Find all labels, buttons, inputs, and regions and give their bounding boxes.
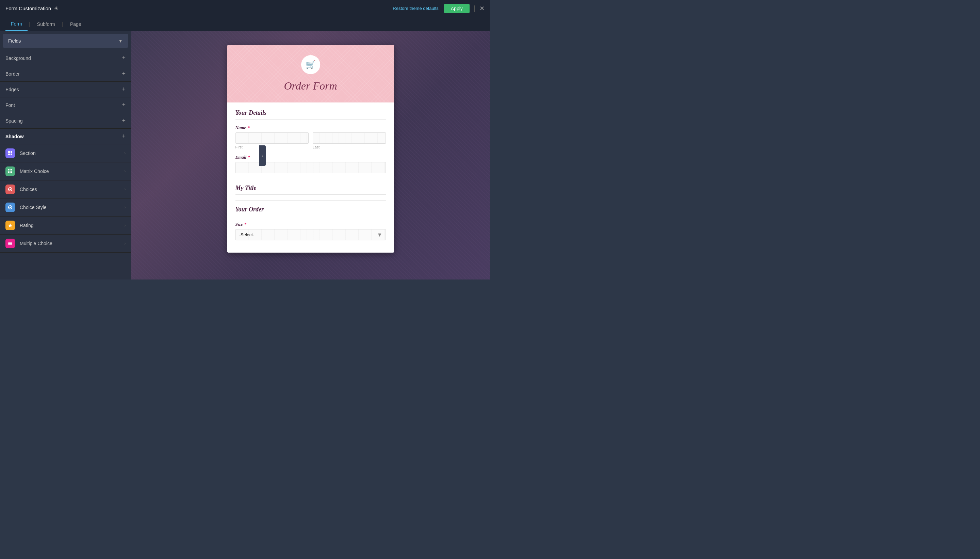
required-star: * bbox=[248, 155, 250, 160]
svg-rect-10 bbox=[8, 172, 9, 173]
collapse-sidebar-toggle[interactable]: ‹ bbox=[259, 146, 266, 166]
page-title: Form Customization bbox=[5, 5, 51, 11]
chevron-right-icon: › bbox=[124, 205, 125, 210]
field-name: Name * First Last bbox=[236, 125, 386, 149]
sun-icon[interactable]: ☀ bbox=[54, 5, 59, 12]
svg-point-14 bbox=[10, 189, 11, 190]
first-name-input[interactable] bbox=[236, 132, 309, 144]
form-header: 🛒 Order Form bbox=[227, 45, 394, 103]
chevron-down-icon: ▼ bbox=[118, 38, 123, 44]
header: Form Customization ☀ Restore theme defau… bbox=[0, 0, 490, 17]
svg-point-16 bbox=[10, 207, 11, 208]
required-star: * bbox=[247, 125, 250, 131]
field-size-label: Size * bbox=[236, 222, 386, 227]
nav-item-matrix-choice[interactable]: Matrix Choice › bbox=[0, 162, 131, 180]
section-icon bbox=[5, 149, 15, 158]
nav-item-multiple-choice[interactable]: Multiple Choice › bbox=[0, 235, 131, 253]
first-name-field: First bbox=[236, 132, 309, 149]
last-name-sublabel: Last bbox=[313, 145, 386, 149]
svg-rect-20 bbox=[8, 245, 12, 245]
section-my-title: My Title bbox=[236, 185, 386, 195]
nav-item-section[interactable]: Section › bbox=[0, 144, 131, 162]
size-select-wrapper: -Select- Small Medium Large X-Large ▼ bbox=[236, 229, 386, 240]
tab-form[interactable]: Form bbox=[5, 18, 28, 31]
field-email-label: Email * bbox=[236, 155, 386, 160]
section-your-order: Your Order bbox=[236, 206, 386, 216]
field-name-label: Name * bbox=[236, 125, 386, 131]
svg-rect-8 bbox=[10, 170, 10, 172]
required-star: * bbox=[244, 222, 246, 227]
svg-rect-3 bbox=[10, 154, 12, 155]
section-your-details: Your Details bbox=[236, 109, 386, 119]
preview-area: ‹ 🛒 Order Form Your Details Name * bbox=[131, 31, 490, 280]
main-layout: Fields ▼ Background + Border + Edges + F… bbox=[0, 31, 490, 280]
tab-divider-2: | bbox=[61, 21, 64, 27]
expand-icon: + bbox=[122, 86, 125, 93]
multiple-choice-icon bbox=[5, 239, 15, 248]
svg-rect-18 bbox=[8, 242, 12, 243]
apply-button[interactable]: Apply bbox=[444, 4, 470, 13]
accordion-edges[interactable]: Edges + bbox=[0, 82, 131, 98]
rating-icon bbox=[5, 221, 15, 230]
close-icon[interactable]: ✕ bbox=[480, 5, 485, 12]
name-fields-container: First Last bbox=[236, 132, 386, 149]
form-title: Order Form bbox=[234, 79, 387, 92]
chevron-right-icon: › bbox=[124, 223, 125, 228]
tabs-bar: Form | Subform | Page bbox=[0, 17, 490, 31]
form-preview: 🛒 Order Form Your Details Name * bbox=[227, 45, 394, 253]
accordion-shadow[interactable]: Shadow + bbox=[0, 129, 131, 144]
field-email: Email * bbox=[236, 155, 386, 173]
tab-page[interactable]: Page bbox=[64, 18, 87, 30]
field-size: Size * -Select- Small Medium Large X-Lar… bbox=[236, 222, 386, 240]
svg-rect-9 bbox=[11, 170, 12, 172]
svg-rect-19 bbox=[8, 243, 12, 244]
sidebar: Fields ▼ Background + Border + Edges + F… bbox=[0, 31, 131, 280]
svg-rect-1 bbox=[10, 151, 12, 153]
svg-rect-0 bbox=[8, 151, 10, 153]
tab-subform[interactable]: Subform bbox=[31, 18, 61, 30]
accordion-spacing[interactable]: Spacing + bbox=[0, 113, 131, 129]
chevron-right-icon: › bbox=[124, 169, 125, 174]
expand-icon: + bbox=[122, 133, 125, 140]
nav-item-rating[interactable]: Rating › bbox=[0, 217, 131, 235]
header-divider: | bbox=[474, 5, 475, 12]
cart-icon: 🛒 bbox=[301, 55, 320, 74]
first-name-sublabel: First bbox=[236, 145, 309, 149]
fields-dropdown[interactable]: Fields ▼ bbox=[3, 34, 128, 48]
choice-style-icon bbox=[5, 203, 15, 212]
svg-rect-11 bbox=[10, 172, 10, 173]
svg-rect-5 bbox=[10, 169, 10, 170]
tab-divider-1: | bbox=[28, 21, 31, 27]
fields-dropdown-label: Fields bbox=[8, 38, 21, 44]
restore-defaults-link[interactable]: Restore theme defaults bbox=[393, 6, 438, 11]
svg-marker-17 bbox=[8, 223, 13, 227]
size-select[interactable]: -Select- Small Medium Large X-Large bbox=[236, 229, 386, 240]
last-name-field: Last bbox=[313, 132, 386, 149]
last-name-input[interactable] bbox=[313, 132, 386, 144]
accordion-font[interactable]: Font + bbox=[0, 98, 131, 113]
nav-item-choices[interactable]: Choices › bbox=[0, 180, 131, 198]
accordion-background[interactable]: Background + bbox=[0, 50, 131, 66]
chevron-right-icon: › bbox=[124, 151, 125, 155]
nav-item-choice-style[interactable]: Choice Style › bbox=[0, 198, 131, 217]
svg-rect-6 bbox=[11, 169, 12, 170]
matrix-choice-icon bbox=[5, 167, 15, 176]
choices-icon bbox=[5, 185, 15, 194]
expand-icon: + bbox=[122, 70, 125, 77]
expand-icon: + bbox=[122, 117, 125, 124]
svg-rect-4 bbox=[8, 169, 9, 170]
svg-rect-7 bbox=[8, 170, 9, 172]
svg-rect-12 bbox=[11, 172, 12, 173]
expand-icon: + bbox=[122, 55, 125, 61]
email-input[interactable] bbox=[236, 162, 386, 173]
chevron-right-icon: › bbox=[124, 187, 125, 192]
expand-icon: + bbox=[122, 101, 125, 109]
form-body: Your Details Name * First L bbox=[227, 103, 394, 253]
accordion-border[interactable]: Border + bbox=[0, 66, 131, 82]
chevron-right-icon: › bbox=[124, 241, 125, 246]
section-divider-2 bbox=[236, 200, 386, 200]
svg-rect-2 bbox=[8, 154, 10, 155]
